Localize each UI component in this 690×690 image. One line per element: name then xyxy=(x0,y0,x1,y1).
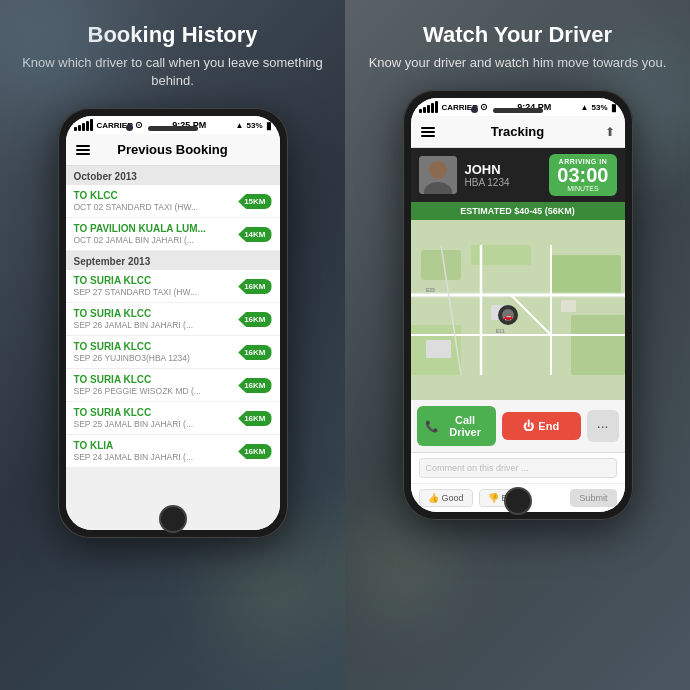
svg-point-1 xyxy=(429,161,447,179)
power-icon: ⏻ xyxy=(523,420,534,432)
booking-info: TO KLIA SEP 24 JAMAL BIN JAHARI (... xyxy=(74,440,239,462)
booking-destination: TO SURIA KLCC xyxy=(74,308,239,319)
phone-speaker xyxy=(148,126,198,131)
right-battery-icon: ▮ xyxy=(611,102,617,113)
booking-km: 16KM xyxy=(238,345,271,360)
booking-info: TO SURIA KLCC SEP 26 PEGGIE WISOZK MD (.… xyxy=(74,374,239,396)
arriving-box: ARRIVING IN 03:00 MINUTES xyxy=(549,154,616,196)
right-phone-home[interactable] xyxy=(504,487,532,515)
right-phone: CARRIER ⊙ 9:24 PM ▲ 53% ▮ Tracking ⬆ xyxy=(403,90,633,520)
booking-km: 15KM xyxy=(238,194,271,209)
booking-destination: TO SURIA KLCC xyxy=(74,341,239,352)
phone-call-icon: 📞 xyxy=(425,420,439,433)
booking-item[interactable]: TO SURIA KLCC SEP 25 JAMAL BIN JAHARI (.… xyxy=(66,402,280,435)
end-label: End xyxy=(538,420,559,432)
svg-text:E11: E11 xyxy=(496,328,505,334)
right-hamburger-icon[interactable] xyxy=(421,127,435,137)
status-right: ▲ 53% ▮ xyxy=(236,120,272,131)
booking-list: October 2013 TO KLCC OCT 02 STANDARD TAX… xyxy=(66,166,280,530)
driver-info: JOHN HBA 1234 xyxy=(465,162,542,188)
map-svg: E23 E11 🚗 xyxy=(411,220,625,400)
battery-left: 53% xyxy=(246,121,262,130)
thumbs-up-icon: 👍 xyxy=(428,493,439,503)
direction-icon: ▲ xyxy=(236,121,244,130)
booking-km: 16KM xyxy=(238,378,271,393)
booking-detail: SEP 26 PEGGIE WISOZK MD (... xyxy=(74,386,239,396)
submit-button[interactable]: Submit xyxy=(570,489,616,507)
right-battery: 53% xyxy=(591,103,607,112)
booking-detail: OCT 02 STANDARD TAXI (HW... xyxy=(74,202,239,212)
booking-item[interactable]: TO SURIA KLCC SEP 26 YUJINBO3(HBA 1234) … xyxy=(66,336,280,369)
svg-rect-6 xyxy=(551,255,621,295)
booking-item[interactable]: TO SURIA KLCC SEP 27 STANDARD TAXI (HW..… xyxy=(66,270,280,303)
month-header: October 2013 xyxy=(66,166,280,185)
good-label: Good xyxy=(442,493,464,503)
thumbs-down-icon: 👎 xyxy=(488,493,499,503)
comment-placeholder: Comment on this driver ... xyxy=(426,463,529,473)
booking-item[interactable]: TO KLIA SEP 24 JAMAL BIN JAHARI (... 16K… xyxy=(66,435,280,468)
call-driver-button[interactable]: 📞 Call Driver xyxy=(417,406,496,446)
estimated-bar: ESTIMATED $40-45 (56KM) xyxy=(411,202,625,220)
call-driver-label: Call Driver xyxy=(443,414,488,438)
booking-detail: SEP 26 JAMAL BIN JAHARI (... xyxy=(74,320,239,330)
svg-rect-20 xyxy=(561,300,576,312)
phone-camera xyxy=(126,124,133,131)
hamburger-icon[interactable] xyxy=(76,145,90,155)
wifi-icon: ⊙ xyxy=(135,120,143,130)
more-button[interactable]: ··· xyxy=(587,410,619,442)
driver-plate: HBA 1234 xyxy=(465,177,542,188)
svg-rect-21 xyxy=(426,340,451,358)
right-nav-bar: Tracking ⬆ xyxy=(411,116,625,148)
arriving-time: 03:00 xyxy=(557,165,608,185)
booking-item[interactable]: TO SURIA KLCC SEP 26 PEGGIE WISOZK MD (.… xyxy=(66,369,280,402)
battery-icon: ▮ xyxy=(266,120,272,131)
booking-km: 16KM xyxy=(238,312,271,327)
booking-km: 16KM xyxy=(238,444,271,459)
right-status-bar: CARRIER ⊙ 9:24 PM ▲ 53% ▮ xyxy=(411,98,625,116)
svg-text:🚗: 🚗 xyxy=(503,311,513,321)
booking-detail: SEP 25 JAMAL BIN JAHARI (... xyxy=(74,419,239,429)
booking-destination: TO KLIA xyxy=(74,440,239,451)
avatar xyxy=(419,156,457,194)
svg-text:E23: E23 xyxy=(426,287,435,293)
good-button[interactable]: 👍 Good xyxy=(419,489,473,507)
booking-destination: TO KLCC xyxy=(74,190,239,201)
booking-detail: SEP 24 JAMAL BIN JAHARI (... xyxy=(74,452,239,462)
driver-name: JOHN xyxy=(465,162,542,177)
left-nav-title: Previous Booking xyxy=(117,142,228,157)
left-nav-bar: Previous Booking xyxy=(66,134,280,166)
right-panel: Watch Your Driver Know your driver and w… xyxy=(345,0,690,690)
booking-detail: SEP 26 YUJINBO3(HBA 1234) xyxy=(74,353,239,363)
booking-km: 16KM xyxy=(238,411,271,426)
share-icon[interactable]: ⬆ xyxy=(605,125,615,139)
right-phone-speaker xyxy=(493,108,543,113)
booking-info: TO SURIA KLCC SEP 26 JAMAL BIN JAHARI (.… xyxy=(74,308,239,330)
right-nav-title: Tracking xyxy=(491,124,544,139)
booking-destination: TO SURIA KLCC xyxy=(74,407,239,418)
right-status-right: ▲ 53% ▮ xyxy=(581,102,617,113)
booking-info: TO SURIA KLCC SEP 26 YUJINBO3(HBA 1234) xyxy=(74,341,239,363)
svg-rect-4 xyxy=(421,250,461,280)
booking-item[interactable]: TO SURIA KLCC SEP 26 JAMAL BIN JAHARI (.… xyxy=(66,303,280,336)
submit-label: Submit xyxy=(579,493,607,503)
right-wifi-icon: ⊙ xyxy=(480,102,488,112)
map-area: E23 E11 🚗 xyxy=(411,220,625,400)
booking-item[interactable]: TO PAVILION KUALA LUM... OCT 02 JAMAL BI… xyxy=(66,218,280,251)
left-status-bar: CARRIER ⊙ 9:25 PM ▲ 53% ▮ xyxy=(66,116,280,134)
right-phone-camera xyxy=(471,106,478,113)
month-header: September 2013 xyxy=(66,251,280,270)
arriving-unit: MINUTES xyxy=(557,185,608,192)
booking-destination: TO SURIA KLCC xyxy=(74,374,239,385)
right-phone-screen: CARRIER ⊙ 9:24 PM ▲ 53% ▮ Tracking ⬆ xyxy=(411,98,625,512)
end-button[interactable]: ⏻ End xyxy=(502,412,581,440)
booking-destination: TO SURIA KLCC xyxy=(74,275,239,286)
booking-item[interactable]: TO KLCC OCT 02 STANDARD TAXI (HW... 15KM xyxy=(66,185,280,218)
phone-home-button[interactable] xyxy=(159,505,187,533)
left-panel: Booking History Know which driver to cal… xyxy=(0,0,345,690)
comment-bar: Comment on this driver ... xyxy=(411,452,625,483)
signal-dots xyxy=(74,119,93,131)
booking-info: TO SURIA KLCC SEP 27 STANDARD TAXI (HW..… xyxy=(74,275,239,297)
comment-input[interactable]: Comment on this driver ... xyxy=(419,458,617,478)
booking-destination: TO PAVILION KUALA LUM... xyxy=(74,223,239,234)
left-phone-screen: CARRIER ⊙ 9:25 PM ▲ 53% ▮ Previous Booki… xyxy=(66,116,280,530)
